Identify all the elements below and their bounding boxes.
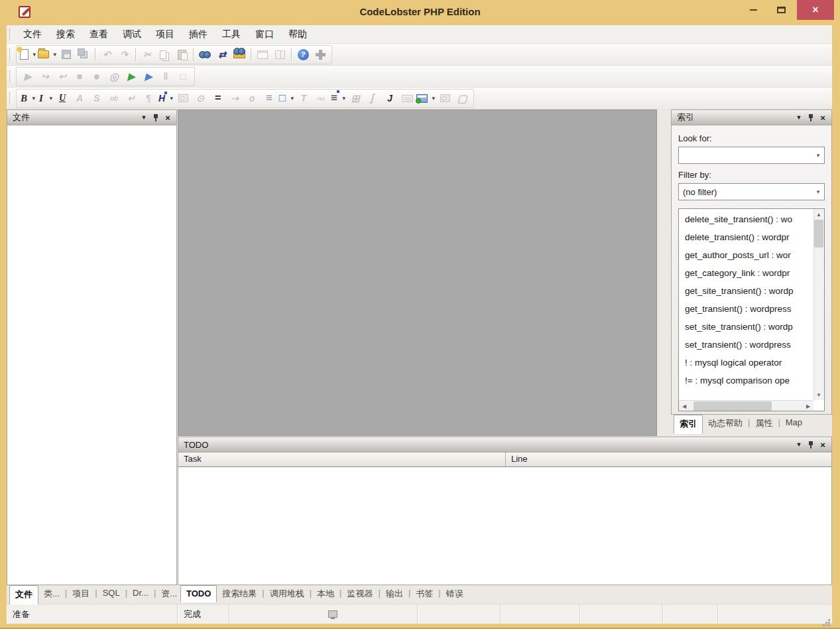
tab-search-results[interactable]: 搜索结果 <box>217 585 262 603</box>
list-button[interactable]: ≡ <box>330 90 346 106</box>
form-button[interactable] <box>399 90 415 106</box>
resize-grip[interactable] <box>828 619 830 621</box>
redo-button[interactable]: ↷ <box>116 46 132 62</box>
look-for-dropdown-icon[interactable]: ▾ <box>812 152 824 159</box>
filter-by-dropdown-icon[interactable]: ▾ <box>812 188 824 195</box>
index-panel-menu-button[interactable]: ▼ <box>793 112 805 123</box>
scroll-up-icon[interactable]: ▲ <box>813 209 824 220</box>
files-panel-close-button[interactable]: × <box>162 112 174 123</box>
continue-button[interactable]: ▶ <box>141 68 156 84</box>
horizontal-scroll-thumb[interactable] <box>693 401 772 411</box>
compare-files-button[interactable] <box>272 46 288 62</box>
frame-button[interactable] <box>437 90 453 106</box>
find-button[interactable] <box>197 46 213 62</box>
table-button[interactable]: ⊞ <box>347 90 363 106</box>
files-panel-pin-button[interactable] <box>150 112 162 123</box>
menu-window[interactable]: 窗口 <box>248 26 281 43</box>
editor-area[interactable] <box>178 109 657 436</box>
index-item[interactable]: != : mysql comparison ope <box>679 372 813 389</box>
strikethrough-button[interactable]: S <box>89 90 105 106</box>
tab-watch[interactable]: 监视器 <box>342 585 379 603</box>
standard-toolbar-grip[interactable] <box>9 48 13 60</box>
index-panel-close-button[interactable]: × <box>817 112 829 123</box>
vertical-scrollbar[interactable]: ▲ ▼ <box>813 209 824 400</box>
help-button[interactable]: ? <box>295 46 311 62</box>
clear-breakpoints-button[interactable]: ◎ <box>106 68 122 84</box>
text-field-button[interactable]: T <box>296 90 312 106</box>
scroll-down-icon[interactable]: ▼ <box>813 389 824 400</box>
stop-button[interactable]: □ <box>175 68 191 84</box>
index-item[interactable]: delete_transient() : wordpr <box>679 228 813 246</box>
tab-dynamic-help[interactable]: 动态帮助 <box>703 415 748 433</box>
files-tree-area[interactable] <box>7 125 177 585</box>
tab-drupal[interactable]: Dr... <box>127 585 154 601</box>
paragraph-button[interactable]: ¶ <box>141 90 156 106</box>
menu-tools[interactable]: 工具 <box>215 26 248 43</box>
column-line[interactable]: Line <box>506 453 831 466</box>
toggle-breakpoint-button[interactable]: ● <box>89 68 105 84</box>
index-item[interactable]: get_transient() : wordpress <box>679 300 813 318</box>
italic-button[interactable]: I <box>37 90 53 106</box>
index-item[interactable]: delete_site_transient() : wo <box>679 210 813 228</box>
look-for-input[interactable] <box>679 147 812 163</box>
index-item[interactable]: get_category_link : wordpr <box>679 264 813 282</box>
heading-button[interactable]: H <box>158 90 174 106</box>
scroll-left-icon[interactable]: ◀ <box>679 401 690 411</box>
tab-files[interactable]: 文件 <box>9 585 38 604</box>
tab-errors[interactable]: 错误 <box>441 585 469 603</box>
tab-properties[interactable]: 属性 <box>750 415 778 433</box>
align-button[interactable]: ≡ <box>261 90 277 106</box>
files-panel-menu-button[interactable]: ▼ <box>138 112 150 123</box>
bold-button[interactable]: B <box>20 90 36 106</box>
todo-panel-pin-button[interactable] <box>805 439 817 450</box>
horizontal-rule-button[interactable]: = <box>210 90 225 106</box>
column-task[interactable]: Task <box>178 453 506 466</box>
todo-panel-menu-button[interactable]: ▼ <box>793 439 805 450</box>
index-item[interactable]: ! : mysql logical operator <box>679 354 813 372</box>
replace-button[interactable]: ⇄ <box>214 46 230 62</box>
menu-plugins[interactable]: 插件 <box>182 26 215 43</box>
special-character-button[interactable]: ⇢ <box>227 90 243 106</box>
javascript-button[interactable]: J <box>382 90 398 106</box>
menubar-grip[interactable] <box>9 29 13 40</box>
split-window-button[interactable] <box>255 46 270 62</box>
save-all-button[interactable] <box>76 46 91 62</box>
tab-project[interactable]: 项目 <box>67 585 95 603</box>
index-item[interactable]: set_transient() : wordpress <box>679 336 813 354</box>
run-button[interactable]: ▶ <box>123 68 139 84</box>
copy-button[interactable] <box>156 46 172 62</box>
menu-search[interactable]: 搜索 <box>49 26 82 43</box>
filter-by-combo[interactable]: (no filter) ▾ <box>678 183 825 200</box>
layout-button[interactable]: ▢ <box>454 90 470 106</box>
cut-button[interactable]: ✂ <box>139 46 155 62</box>
menu-debug[interactable]: 调试 <box>115 26 149 43</box>
new-file-button[interactable] <box>20 46 36 62</box>
nbsp-button[interactable]: nb <box>106 90 122 106</box>
index-item[interactable]: get_author_posts_url : wor <box>679 246 813 264</box>
tab-map[interactable]: Map <box>780 415 808 431</box>
line-break-button[interactable]: ↵ <box>123 90 139 106</box>
maximize-button[interactable] <box>768 0 794 20</box>
debug-toolbar-grip[interactable] <box>9 70 13 82</box>
start-debug-button[interactable]: ▶ <box>20 68 36 84</box>
save-button[interactable] <box>58 46 74 62</box>
tab-output[interactable]: 输出 <box>381 585 408 603</box>
full-screen-button[interactable] <box>312 46 328 62</box>
hyperlink-button[interactable]: ⊙ <box>192 90 208 106</box>
tab-sql[interactable]: SQL <box>97 585 125 601</box>
format-toolbar-grip[interactable] <box>9 92 13 104</box>
menu-file[interactable]: 文件 <box>16 26 49 43</box>
vertical-scroll-thumb[interactable] <box>814 220 823 247</box>
image-button[interactable] <box>175 90 191 106</box>
underline-button[interactable]: U <box>54 90 70 106</box>
horizontal-scrollbar[interactable]: ◀ ▶ <box>679 400 813 411</box>
tab-bookmarks[interactable]: 书签 <box>410 585 438 603</box>
tab-locals[interactable]: 本地 <box>312 585 339 603</box>
tab-index[interactable]: 索引 <box>674 415 703 434</box>
div-container-button[interactable]: □ <box>278 90 294 106</box>
todo-panel-close-button[interactable]: × <box>817 439 829 450</box>
insert-panel-button[interactable] <box>416 90 436 106</box>
index-item[interactable]: set_site_transient() : wordp <box>679 318 813 336</box>
resize-button[interactable]: rsz <box>313 90 329 106</box>
menu-view[interactable]: 查看 <box>82 26 115 43</box>
